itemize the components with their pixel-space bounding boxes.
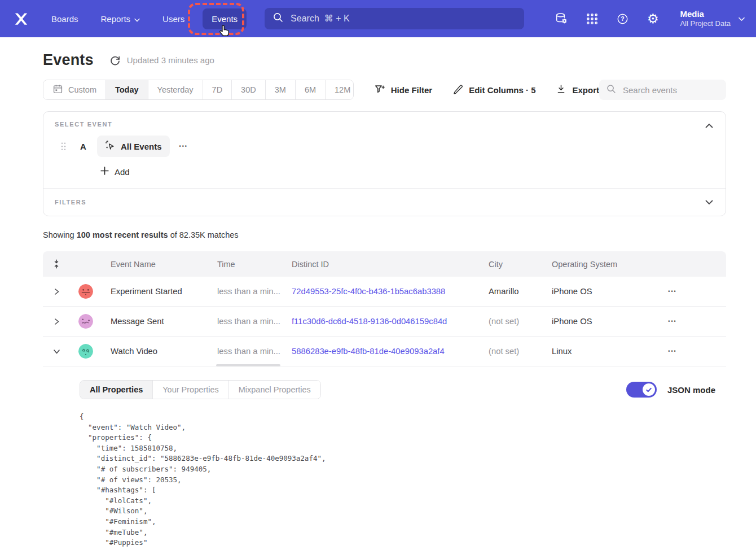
select-event-label: SELECT EVENT xyxy=(55,121,714,128)
properties-tabs: All Properties Your Properties Mixpanel … xyxy=(80,380,321,399)
row-more-icon[interactable]: ••• xyxy=(650,318,695,324)
date-range-3m[interactable]: 3M xyxy=(266,80,296,99)
global-search-input[interactable] xyxy=(289,13,516,24)
date-range-6m[interactable]: 6M xyxy=(296,80,326,99)
cell-time: less than a min... xyxy=(217,347,292,356)
nav-item-reports[interactable]: Reports xyxy=(101,14,140,24)
filters-label: FILTERS xyxy=(55,199,86,206)
cell-distinct-id[interactable]: f11c30d6-dc6d-4518-9136-0d046159c84d xyxy=(292,317,489,326)
date-range-control: Custom Today Yesterday 7D 30D 3M 6M 12M xyxy=(43,80,354,100)
edit-columns-button[interactable]: Edit Columns · 5 xyxy=(452,84,535,96)
cell-event-name[interactable]: Experiment Started xyxy=(102,287,217,296)
data-management-icon[interactable] xyxy=(555,12,568,25)
updated-timestamp: Updated 3 minutes ago xyxy=(127,55,214,65)
col-header-event-name[interactable]: Event Name xyxy=(102,260,217,269)
expand-row-icon[interactable] xyxy=(43,318,70,325)
page-content: Events Updated 3 minutes ago xyxy=(0,51,756,550)
mixpanel-logo[interactable] xyxy=(14,11,29,27)
json-mode-control: JSON mode xyxy=(626,382,715,398)
app-window: Boards Reports Users Events xyxy=(0,0,756,550)
row-more-icon[interactable]: ••• xyxy=(650,289,695,294)
chevron-down-icon[interactable] xyxy=(705,197,713,207)
date-range-7d[interactable]: 7D xyxy=(203,80,232,99)
tab-all-properties[interactable]: All Properties xyxy=(80,381,153,399)
collapse-all-icon[interactable] xyxy=(43,259,70,269)
table-row: Message Sent less than a min... f11c30d6… xyxy=(43,307,726,337)
row-detail-panel: All Properties Your Properties Mixpanel … xyxy=(43,366,726,550)
date-range-yesterday[interactable]: Yesterday xyxy=(148,80,203,99)
sparkle-cursor-icon xyxy=(105,140,116,152)
event-avatar xyxy=(70,284,102,299)
export-button[interactable]: Export xyxy=(556,84,599,96)
cell-distinct-id[interactable]: 5886283e-e9fb-48fb-81de-40e9093a2af4 xyxy=(292,347,489,356)
col-header-os[interactable]: Operating System xyxy=(552,260,650,269)
nav-item-users[interactable]: Users xyxy=(162,14,184,24)
toolbar: Custom Today Yesterday 7D 30D 3M 6M 12M … xyxy=(43,80,726,100)
svg-text:?: ? xyxy=(621,15,624,22)
collapse-row-icon[interactable] xyxy=(43,348,70,355)
search-events-field[interactable] xyxy=(599,80,726,100)
chevron-up-icon[interactable] xyxy=(705,120,713,130)
project-selector[interactable]: Media All Project Data xyxy=(680,9,745,29)
page-title: Events xyxy=(43,51,94,69)
cell-city: (not set) xyxy=(489,317,552,326)
search-events-input[interactable] xyxy=(622,85,736,95)
json-properties-view: { "event": "Watch Video", "properties": … xyxy=(80,412,726,550)
add-event-button[interactable]: Add xyxy=(100,164,130,179)
filters-section[interactable]: FILTERS xyxy=(43,188,726,216)
hide-filter-button[interactable]: Hide Filter xyxy=(374,84,432,97)
tab-mixpanel-properties[interactable]: Mixpanel Properties xyxy=(229,381,320,399)
row-more-icon[interactable]: ••• xyxy=(650,348,695,354)
col-header-time[interactable]: Time xyxy=(217,260,292,269)
event-clause-row: A All Events ••• xyxy=(55,136,714,157)
cell-distinct-id[interactable]: 72d49553-25fc-4f0c-b436-1b5ac6ab3388 xyxy=(292,287,489,296)
select-event-section: SELECT EVENT A xyxy=(43,112,726,188)
date-range-custom[interactable]: Custom xyxy=(43,80,106,99)
event-avatar xyxy=(70,344,102,359)
horizontal-scrollbar[interactable] xyxy=(216,364,280,366)
date-range-30d[interactable]: 30D xyxy=(232,80,266,99)
clause-letter: A xyxy=(80,142,87,151)
col-header-distinct-id[interactable]: Distinct ID xyxy=(292,260,489,269)
detail-toolbar: All Properties Your Properties Mixpanel … xyxy=(80,380,726,399)
cell-os: iPhone OS xyxy=(552,317,650,326)
events-table: Event Name Time Distinct ID City Operati… xyxy=(43,251,726,550)
query-builder-card: SELECT EVENT A xyxy=(43,111,726,216)
apps-grid-icon[interactable] xyxy=(585,12,599,25)
tab-your-properties[interactable]: Your Properties xyxy=(153,381,228,399)
chevron-down-icon xyxy=(134,14,140,24)
global-search[interactable] xyxy=(265,8,524,29)
table-header: Event Name Time Distinct ID City Operati… xyxy=(43,251,726,277)
cell-time: less than a min... xyxy=(217,287,292,296)
help-icon[interactable]: ? xyxy=(616,12,629,25)
expand-row-icon[interactable] xyxy=(43,288,70,295)
settings-gear-icon[interactable]: ⚙ xyxy=(646,12,660,25)
nav-item-boards[interactable]: Boards xyxy=(51,14,78,24)
date-range-today[interactable]: Today xyxy=(106,80,148,99)
cell-city: Amarillo xyxy=(489,287,552,296)
table-row: Experiment Started less than a min... 72… xyxy=(43,277,726,307)
filter-funnel-icon xyxy=(374,84,385,97)
json-mode-label: JSON mode xyxy=(667,385,715,395)
refresh-icon[interactable] xyxy=(109,55,121,66)
json-mode-toggle[interactable] xyxy=(626,382,657,398)
nav-item-events[interactable]: Events xyxy=(203,8,247,29)
clause-more-icon[interactable]: ••• xyxy=(179,143,188,149)
cell-os: iPhone OS xyxy=(552,287,650,296)
calendar-icon xyxy=(52,84,63,96)
pencil-icon xyxy=(452,84,463,96)
drag-handle-icon[interactable] xyxy=(60,142,67,151)
search-icon xyxy=(606,84,616,96)
date-range-12m[interactable]: 12M xyxy=(326,80,354,99)
table-row-expanded: Watch Video less than a min... 5886283e-… xyxy=(43,337,726,366)
cell-time: less than a min... xyxy=(217,317,292,326)
cell-event-name[interactable]: Watch Video xyxy=(102,347,217,356)
search-icon xyxy=(273,12,283,25)
event-picker-chip[interactable]: All Events xyxy=(97,136,170,157)
cell-event-name[interactable]: Message Sent xyxy=(102,317,217,326)
plus-icon xyxy=(100,167,109,177)
event-avatar xyxy=(70,314,102,329)
cell-city: (not set) xyxy=(489,347,552,356)
col-header-city[interactable]: City xyxy=(489,260,552,269)
project-name: Media xyxy=(680,9,731,20)
